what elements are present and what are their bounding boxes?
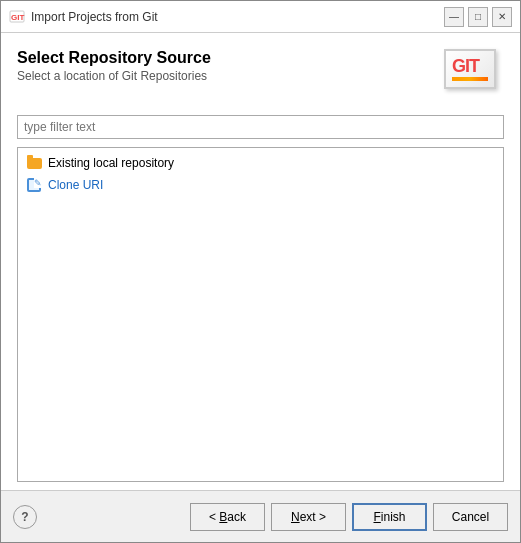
- list-item-clone-uri[interactable]: Clone URI: [18, 174, 503, 196]
- title-bar-icon: GIT: [9, 9, 25, 25]
- svg-text:GIT: GIT: [11, 13, 24, 22]
- next-button[interactable]: Next >: [271, 503, 346, 531]
- git-logo: GIT: [444, 49, 504, 99]
- maximize-button[interactable]: □: [468, 7, 488, 27]
- finish-button[interactable]: Finish: [352, 503, 427, 531]
- filter-input-container: [17, 115, 504, 139]
- main-content: Select Repository Source Select a locati…: [1, 33, 520, 490]
- back-button[interactable]: < Back: [190, 503, 265, 531]
- title-bar-controls: — □ ✕: [444, 7, 512, 27]
- existing-local-label: Existing local repository: [48, 156, 174, 170]
- page-subtitle: Select a location of Git Repositories: [17, 69, 211, 83]
- minimize-button[interactable]: —: [444, 7, 464, 27]
- help-button[interactable]: ?: [13, 505, 37, 529]
- back-label: Back: [219, 510, 246, 524]
- folder-icon: [26, 155, 42, 171]
- bottom-bar: ? < Back Next > Finish Cancel: [1, 490, 520, 542]
- next-label: Next >: [291, 510, 326, 524]
- cancel-button[interactable]: Cancel: [433, 503, 508, 531]
- header-text: Select Repository Source Select a locati…: [17, 49, 211, 83]
- page-title: Select Repository Source: [17, 49, 211, 67]
- clone-uri-icon: [26, 177, 42, 193]
- header-row: Select Repository Source Select a locati…: [17, 49, 504, 99]
- list-item-existing-local[interactable]: Existing local repository: [18, 152, 503, 174]
- close-button[interactable]: ✕: [492, 7, 512, 27]
- title-bar: GIT Import Projects from Git — □ ✕: [1, 1, 520, 33]
- git-logo-underline: [452, 77, 488, 81]
- finish-label: Finish: [373, 510, 405, 524]
- filter-input[interactable]: [17, 115, 504, 139]
- cancel-label: Cancel: [452, 510, 489, 524]
- repo-list: Existing local repository Clone URI: [17, 147, 504, 482]
- clone-uri-label: Clone URI: [48, 178, 103, 192]
- git-logo-text: GIT: [452, 57, 488, 75]
- window-title: Import Projects from Git: [31, 10, 438, 24]
